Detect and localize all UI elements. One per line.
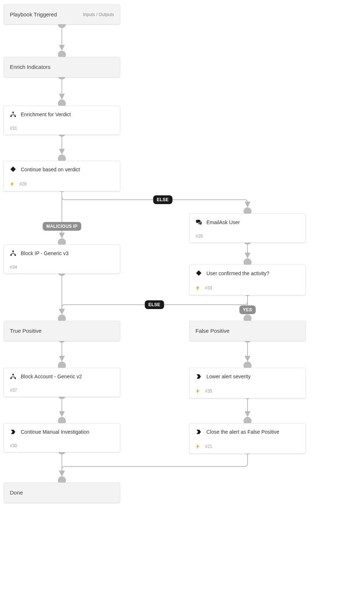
sub-playbook-icon	[10, 250, 16, 257]
inputs-outputs-label[interactable]: Inputs / Outputs	[83, 12, 114, 17]
node-false-positive[interactable]: False Positive	[189, 321, 306, 341]
svg-rect-40	[15, 116, 16, 117]
flow-connectors	[0, 0, 364, 601]
edge-label-else: ELSE	[145, 300, 164, 309]
node-id: #30	[10, 443, 17, 448]
node-title: User confirmed the activity?	[206, 270, 269, 276]
bolt-icon	[195, 388, 201, 394]
task-icon	[10, 429, 16, 435]
node-id: #35	[205, 389, 212, 394]
node-title: Continue Manual Investigation	[21, 429, 89, 435]
edge-label-else: ELSE	[153, 195, 173, 204]
node-block-account[interactable]: Block Account - Generic v2 #37	[4, 368, 120, 397]
node-user-confirmed-activity[interactable]: User confirmed the activity? #33	[189, 265, 306, 295]
node-title: True Positive	[10, 328, 41, 334]
task-icon	[195, 429, 202, 435]
svg-rect-44	[15, 254, 16, 256]
node-title: Continue based on verdict	[21, 167, 80, 172]
node-enrichment-for-verdict[interactable]: Enrichment for Verdict #31	[4, 106, 120, 135]
edge-label-malicious-ip: MALICIOUS IP	[43, 222, 81, 231]
node-email-ask-user[interactable]: EmailAsk User #29	[189, 214, 306, 243]
node-id: #29	[195, 234, 203, 239]
node-id: #33	[205, 285, 212, 290]
sub-playbook-icon	[10, 111, 16, 118]
node-lower-alert-severity[interactable]: Lower alert severity #35	[189, 368, 306, 398]
svg-rect-39	[11, 116, 12, 117]
task-icon	[195, 373, 202, 380]
svg-rect-47	[11, 378, 12, 379]
condition-icon	[195, 270, 202, 277]
node-id: #21	[205, 444, 212, 449]
node-block-ip[interactable]: Block IP - Generic v3 #34	[4, 245, 120, 274]
bolt-icon	[195, 285, 201, 291]
svg-rect-41	[11, 167, 16, 172]
node-title: Block IP - Generic v3	[21, 250, 68, 256]
bolt-icon	[195, 443, 201, 450]
node-id: #28	[19, 182, 27, 187]
svg-rect-46	[12, 374, 14, 375]
node-title: Done	[10, 489, 23, 496]
svg-rect-43	[11, 254, 12, 256]
node-id: #34	[10, 265, 17, 270]
node-playbook-triggered[interactable]: Playbook Triggered Inputs / Outputs	[4, 4, 120, 24]
edge-label-yes: YES	[240, 305, 256, 314]
svg-rect-48	[15, 378, 16, 379]
node-done[interactable]: Done	[4, 483, 120, 503]
node-title: Lower alert severity	[206, 374, 250, 379]
node-title: Block Account - Generic v2	[21, 374, 82, 379]
condition-icon	[10, 166, 16, 173]
sub-playbook-icon	[10, 373, 16, 380]
node-true-positive[interactable]: True Positive	[4, 321, 120, 341]
node-enrich-indicators[interactable]: Enrich Indicators	[4, 57, 120, 77]
chat-icon	[195, 219, 202, 226]
node-title: Enrichment for Verdict	[21, 112, 71, 117]
node-continue-based-on-verdict[interactable]: Continue based on verdict #28	[4, 161, 120, 191]
svg-rect-45	[196, 270, 202, 276]
svg-rect-38	[12, 112, 14, 113]
node-title: Enrich Indicators	[10, 64, 51, 70]
node-title: Close the alert as False Positive	[206, 429, 279, 435]
node-title: EmailAsk User	[206, 219, 240, 225]
node-title: Playbook Triggered	[10, 11, 57, 17]
node-id: #37	[10, 388, 17, 393]
node-close-alert-false-positive[interactable]: Close the alert as False Positive #21	[189, 423, 306, 454]
node-id: #31	[10, 126, 17, 131]
svg-rect-42	[12, 251, 14, 252]
node-continue-manual-investigation[interactable]: Continue Manual Investigation #30	[4, 423, 120, 452]
node-title: False Positive	[195, 328, 229, 334]
bolt-icon	[9, 181, 16, 187]
